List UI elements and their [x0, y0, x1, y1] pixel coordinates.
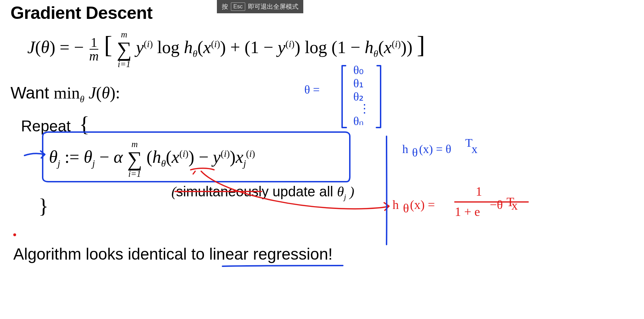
sum2-lower: i=1 [128, 169, 141, 178]
slide-title: Gradient Descent [10, 3, 153, 23]
simultaneously-update-note: (simultaneously update all θj ) [171, 183, 354, 202]
frac-num: 1 [90, 36, 98, 50]
repeat-open: Repeat { [21, 112, 90, 137]
cost-function-equation: J(θ) = − 1 m [ m ∑ i=1 y(i) log hθ(x(i))… [27, 30, 425, 68]
gradient-update-equation: θj := θj − α m ∑ i=1 (hθ(x(i)) − y(i))xj… [49, 140, 255, 178]
fullscreen-exit-hint: 按 Esc 即可退出全屏模式 [217, 0, 303, 13]
repeat-close: } [38, 194, 49, 218]
hint-suffix: 即可退出全屏模式 [248, 2, 298, 11]
want-min-line: Want minθ J(θ): [10, 83, 120, 105]
sum-lower: i=1 [118, 60, 130, 68]
frac-den: m [88, 50, 100, 63]
want-prefix: Want [10, 84, 54, 102]
hint-key: Esc [231, 2, 245, 11]
hint-prefix: 按 [222, 2, 228, 11]
algorithm-identical-line: Algorithm looks identical to linear regr… [13, 245, 333, 263]
